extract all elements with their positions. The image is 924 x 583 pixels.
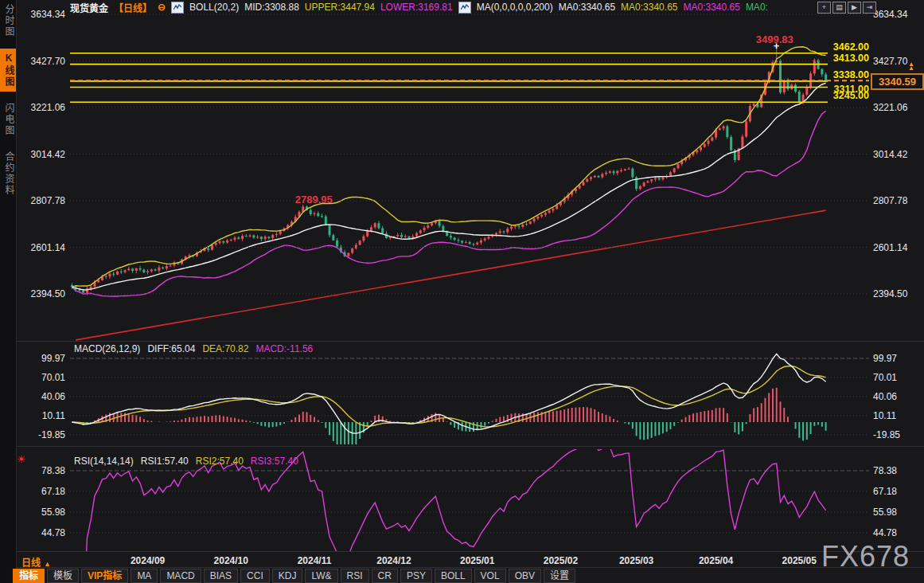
sidebar-tab-分时图[interactable]: 分时图 — [0, 0, 16, 41]
y-axis-label: 3634.34 — [873, 8, 922, 21]
y-axis-label: 2807.78 — [873, 194, 922, 207]
y-axis-label: -19.85 — [16, 428, 65, 441]
pane-separator — [16, 446, 924, 447]
toolbar-button-MACD[interactable]: MACD — [160, 569, 201, 583]
toolbar-button-PSY[interactable]: PSY — [400, 569, 432, 583]
period-selector[interactable]: 日线▲ — [21, 555, 51, 569]
macd-value: MACD:-11.56 — [255, 343, 313, 354]
rsi-pane-header: RSI(14,14,14) RSI1:57.40 RSI2:57.40 RSI3… — [74, 456, 298, 467]
period-tag: 【日线】 — [114, 1, 152, 14]
y-axis-label: 70.01 — [873, 371, 922, 384]
toolbar-button-KDJ[interactable]: KDJ — [272, 569, 303, 583]
y-axis-label: 2394.50 — [16, 288, 65, 300]
price-level-label: 3245.00 — [821, 91, 869, 101]
y-axis-label: 2601.14 — [873, 241, 922, 254]
y-axis-label: 40.06 — [873, 390, 922, 403]
chart-scroll-right-icon[interactable]: ▶ — [848, 2, 861, 14]
x-axis-label: 2025/04 — [694, 555, 739, 566]
toolbar-button-设置[interactable]: 设置 — [544, 569, 575, 583]
up-triangle-icon: ▲ — [908, 66, 914, 70]
sidebar-tab-active-K线图[interactable]: K线图 — [0, 49, 16, 92]
price-level-label: 3413.00 — [821, 53, 869, 64]
y-axis-label: 40.06 — [16, 390, 65, 403]
x-axis-label: 2025/03 — [614, 555, 659, 566]
x-axis-label: 2025/02 — [538, 555, 583, 566]
y-axis-label: 3014.42 — [873, 148, 922, 161]
peak-cross-marker: + — [774, 40, 780, 52]
chart-app: 分时图K线图闪电图合约资料 ☀ 现货黄金 【日线】 ⊖ BOLL(20,2) M… — [0, 0, 924, 583]
pane-separator — [16, 341, 924, 342]
sidebar-tab-闪电图[interactable]: 闪电图 — [0, 99, 16, 140]
y-axis-label: 78.38 — [873, 464, 922, 477]
y-axis-label: 3221.06 — [873, 101, 922, 114]
macd-pane-header: MACD(26,12,9) DIFF:65.04 DEA:70.82 MACD:… — [74, 343, 313, 354]
y-axis-label: 44.78 — [873, 526, 922, 539]
period-selector-label: 日线 — [21, 558, 41, 569]
chart-type-sidebar: 分时图K线图闪电图合约资料 — [0, 0, 17, 583]
price-level-label: 3338.00 — [821, 70, 869, 80]
x-axis-label: 2025/05 — [777, 555, 821, 566]
collapse-icon[interactable]: ⊖ — [158, 2, 166, 13]
symbol-name: 现货黄金 — [70, 1, 108, 14]
y-axis-label: 2394.50 — [873, 288, 922, 300]
y-axis-label: 10.11 — [873, 409, 922, 422]
boll-lower-value: LOWER:3169.81 — [380, 2, 453, 13]
toolbar-button-模板[interactable]: 模板 — [47, 569, 79, 583]
y-axis-label: 67.18 — [16, 485, 65, 498]
window-control-icons: +▤▶⇥ — [817, 2, 876, 14]
y-axis-label: 2807.78 — [16, 194, 65, 207]
boll-indicator-icon[interactable] — [171, 2, 184, 14]
chart-canvas[interactable] — [0, 0, 924, 583]
toolbar-button-BOLL[interactable]: BOLL — [435, 569, 472, 583]
rsi2-value: RSI2:57.40 — [196, 456, 244, 467]
y-axis-label: 70.01 — [16, 371, 65, 384]
toolbar-button-BIAS[interactable]: BIAS — [204, 569, 238, 583]
y-axis-label: 78.38 — [16, 464, 65, 477]
current-price-tag: 3340.59 — [871, 73, 924, 90]
macd-dea-value: DEA:70.82 — [202, 343, 248, 354]
window-restore-icon[interactable]: ⇥ — [863, 2, 876, 14]
y-axis-label: 3427.70 — [16, 55, 65, 68]
toolbar-button-CCI[interactable]: CCI — [240, 569, 270, 583]
ma-indicator-icon[interactable] — [458, 2, 471, 14]
toolbar-button-MA[interactable]: MA — [131, 569, 158, 583]
y-axis-label: 3221.06 — [16, 101, 65, 114]
y-axis-label: -19.85 — [873, 428, 922, 441]
chart-pan-left-icon[interactable]: ▤ — [832, 2, 846, 14]
toolbar-button-指标[interactable]: 指标 — [13, 569, 45, 583]
macd-name: MACD(26,12,9) — [74, 343, 140, 354]
crosshair-tool-icon[interactable]: + — [817, 2, 831, 14]
ma0-value-3: MA0:3340.65 — [683, 2, 739, 13]
x-axis-label: 2024/10 — [209, 555, 253, 566]
toolbar-button-VIP指标[interactable]: VIP指标 — [81, 569, 128, 583]
x-axis-label: 2024/11 — [292, 555, 337, 566]
indicator-header: 现货黄金 【日线】 ⊖ BOLL(20,2) MID:3308.88 UPPER… — [70, 1, 768, 14]
rsi-name: RSI(14,14,14) — [74, 456, 134, 467]
toolbar-button-RSI[interactable]: RSI — [341, 569, 369, 583]
pane-separator — [16, 551, 924, 552]
y-axis-label: 55.98 — [873, 506, 922, 518]
y-axis-label: 3014.42 — [16, 148, 65, 161]
boll-mid-value: MID:3308.88 — [244, 2, 299, 13]
ma-name: MA(0,0,0,0,0,200) — [477, 2, 553, 13]
price-level-label: 3462.00 — [821, 42, 869, 53]
boll-upper-value: UPPER:3447.94 — [305, 2, 375, 13]
rsi3-value: RSI3:57.40 — [251, 456, 298, 467]
toolbar-button-LW&[interactable]: LW& — [305, 569, 337, 583]
y-axis-label: 44.78 — [16, 526, 65, 539]
ma0-value-2: MA0:3340.65 — [621, 2, 677, 13]
alert-sun-icon[interactable]: ☀ — [17, 453, 26, 465]
toolbar-button-OBV[interactable]: OBV — [509, 569, 541, 583]
y-axis-label: 10.11 — [16, 409, 65, 422]
pane-separator — [16, 567, 924, 568]
watermark: FX678 — [821, 540, 910, 573]
sidebar-tab-合约资料[interactable]: 合约资料 — [0, 147, 16, 200]
x-axis-label: 2025/01 — [455, 555, 500, 566]
ma0-value-4: MA0: — [746, 2, 768, 13]
y-axis-label: 99.97 — [16, 352, 65, 365]
toolbar-button-VOL[interactable]: VOL — [474, 569, 506, 583]
toolbar-button-CR[interactable]: CR — [372, 569, 398, 583]
ma0-value-1: MA0:3340.65 — [559, 2, 615, 13]
price-alert-icon[interactable]: ▲▲ — [908, 62, 914, 70]
boll-name: BOLL(20,2) — [189, 2, 239, 13]
